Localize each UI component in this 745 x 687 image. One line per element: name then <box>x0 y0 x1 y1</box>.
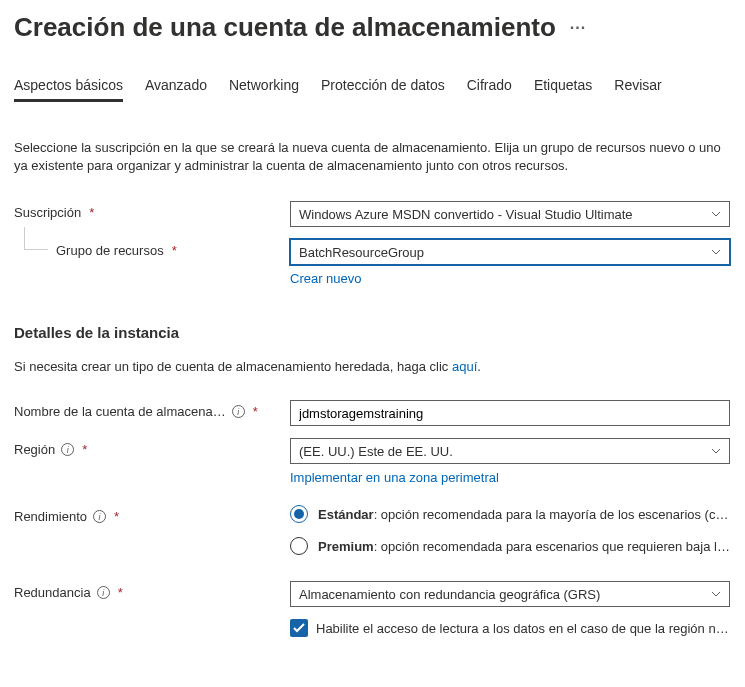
required-marker: * <box>82 442 87 457</box>
tab-data-protection[interactable]: Protección de datos <box>321 71 445 102</box>
read-access-checkbox[interactable] <box>290 619 308 637</box>
performance-premium-radio[interactable] <box>290 537 308 555</box>
required-marker: * <box>172 243 177 258</box>
required-marker: * <box>253 404 258 419</box>
legacy-hint: Si necesita crear un tipo de cuenta de a… <box>14 359 731 374</box>
performance-label: Rendimiento <box>14 509 87 524</box>
edge-zone-link[interactable]: Implementar en una zona perimetral <box>290 470 499 485</box>
tab-review[interactable]: Revisar <box>614 71 661 102</box>
region-value: (EE. UU.) Este de EE. UU. <box>299 444 453 459</box>
resource-group-label: Grupo de recursos <box>56 243 164 258</box>
more-icon[interactable]: ··· <box>570 19 586 37</box>
tab-networking[interactable]: Networking <box>229 71 299 102</box>
tab-advanced[interactable]: Avanzado <box>145 71 207 102</box>
intro-text: Seleccione la suscripción en la que se c… <box>14 139 731 175</box>
region-label: Región <box>14 442 55 457</box>
resource-group-value: BatchResourceGroup <box>299 245 424 260</box>
required-marker: * <box>89 205 94 220</box>
chevron-down-icon <box>711 448 721 454</box>
read-access-label: Habilite el acceso de lectura a los dato… <box>316 621 730 636</box>
chevron-down-icon <box>711 249 721 255</box>
info-icon[interactable]: i <box>61 443 74 456</box>
resource-group-dropdown[interactable]: BatchResourceGroup <box>290 239 730 265</box>
required-marker: * <box>118 585 123 600</box>
chevron-down-icon <box>711 591 721 597</box>
storage-name-input[interactable] <box>290 400 730 426</box>
performance-standard-label: Estándar: opción recomendada para la may… <box>318 507 730 522</box>
performance-standard-radio[interactable] <box>290 505 308 523</box>
instance-header: Detalles de la instancia <box>14 324 731 341</box>
legacy-hint-link[interactable]: aquí <box>452 359 477 374</box>
info-icon[interactable]: i <box>232 405 245 418</box>
tab-bar: Aspectos básicos Avanzado Networking Pro… <box>14 71 731 103</box>
info-icon[interactable]: i <box>93 510 106 523</box>
performance-premium-label: Premium: opción recomendada para escenar… <box>318 539 730 554</box>
info-icon[interactable]: i <box>97 586 110 599</box>
tab-tags[interactable]: Etiquetas <box>534 71 592 102</box>
redundancy-value: Almacenamiento con redundancia geográfic… <box>299 587 600 602</box>
storage-name-label: Nombre de la cuenta de almacena… <box>14 404 226 419</box>
redundancy-label: Redundancia <box>14 585 91 600</box>
subscription-value: Windows Azure MSDN convertido - Visual S… <box>299 207 633 222</box>
page-title: Creación de una cuenta de almacenamiento <box>14 12 556 43</box>
chevron-down-icon <box>711 211 721 217</box>
subscription-dropdown[interactable]: Windows Azure MSDN convertido - Visual S… <box>290 201 730 227</box>
required-marker: * <box>114 509 119 524</box>
tab-basic[interactable]: Aspectos básicos <box>14 71 123 102</box>
create-new-link[interactable]: Crear nuevo <box>290 271 362 286</box>
legacy-hint-text: Si necesita crear un tipo de cuenta de a… <box>14 359 452 374</box>
region-dropdown[interactable]: (EE. UU.) Este de EE. UU. <box>290 438 730 464</box>
tab-encryption[interactable]: Cifrado <box>467 71 512 102</box>
subscription-label: Suscripción <box>14 205 81 220</box>
redundancy-dropdown[interactable]: Almacenamiento con redundancia geográfic… <box>290 581 730 607</box>
